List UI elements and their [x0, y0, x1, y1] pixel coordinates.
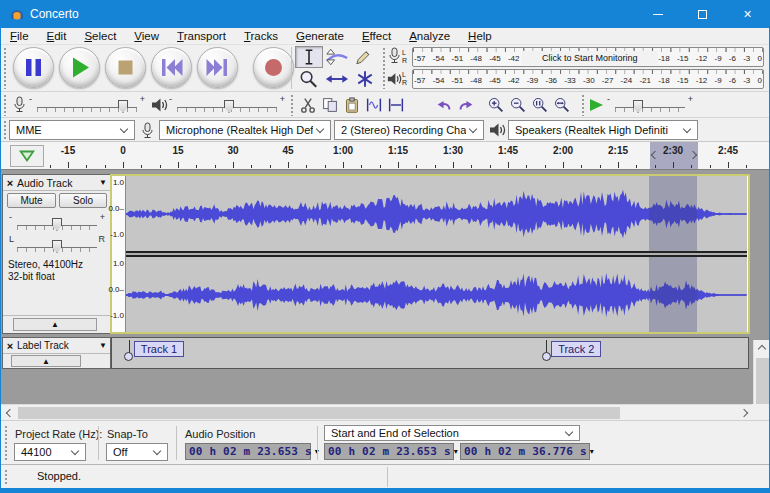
- audio-position-field[interactable]: 00 h 02 m 23.653 s▾: [185, 443, 311, 460]
- menu-item-transport[interactable]: Transport: [168, 29, 235, 43]
- label-marker-handle-icon[interactable]: [124, 352, 133, 361]
- play-at-speed-slider[interactable]: -+: [607, 95, 693, 115]
- recording-meter-icon[interactable]: [387, 47, 402, 66]
- toolbar-grip[interactable]: [3, 120, 7, 140]
- menu-item-help[interactable]: Help: [459, 29, 501, 43]
- project-rate-select[interactable]: 44100: [14, 443, 86, 461]
- horizontal-scrollbar[interactable]: [1, 404, 752, 420]
- label-track-control-panel[interactable]: × Label Track ▼ ▲: [2, 337, 111, 369]
- horizontal-scroll-thumb[interactable]: [18, 407, 620, 419]
- skip-to-end-button[interactable]: [197, 47, 238, 88]
- selection-tool-button[interactable]: [295, 46, 323, 68]
- zoom-selection-button[interactable]: [529, 94, 551, 116]
- audio-track-control-panel[interactable]: × Audio Track ▼ Mute Solo Stereo, 44100H…: [2, 174, 111, 334]
- maximize-button[interactable]: [680, 0, 725, 28]
- mute-button[interactable]: Mute: [7, 193, 56, 208]
- selection-mode-select[interactable]: Start and End of Selection: [324, 425, 580, 441]
- vertical-scale-ruler[interactable]: 1.00.0–-1.01.00.0–-1.0: [112, 176, 126, 332]
- recording-meter-bar[interactable]: -57-54-51-48-45-42-39-36-33-30-27-24-21-…: [412, 47, 764, 67]
- toolbar-grip[interactable]: [3, 47, 7, 89]
- envelope-tool-button[interactable]: [323, 46, 351, 68]
- record-button[interactable]: [253, 47, 294, 88]
- zoom-out-button[interactable]: [507, 94, 529, 116]
- minimize-button[interactable]: [635, 0, 680, 28]
- track-menu-dropdown-icon[interactable]: ▼: [99, 341, 107, 350]
- playback-meter-bar[interactable]: -57-54-51-48-45-42-39-36-33-30-27-24-21-…: [412, 69, 764, 89]
- trim-audio-button[interactable]: [363, 94, 385, 116]
- track-title[interactable]: Label Track: [17, 340, 99, 351]
- draw-tool-button[interactable]: [351, 46, 379, 68]
- scroll-left-arrow[interactable]: [1, 405, 18, 420]
- playback-volume-slider[interactable]: -+: [169, 95, 285, 115]
- title-bar[interactable]: Concerto ×: [0, 0, 770, 28]
- playback-meter-icon[interactable]: [387, 71, 402, 87]
- multi-tool-button[interactable]: [351, 68, 379, 90]
- solo-button[interactable]: Solo: [59, 193, 107, 208]
- menu-item-file[interactable]: File: [1, 29, 38, 43]
- toolbar-grip[interactable]: [290, 94, 294, 116]
- menu-item-select[interactable]: Select: [75, 29, 125, 43]
- pause-button[interactable]: [13, 47, 54, 88]
- scroll-up-arrow[interactable]: [754, 340, 770, 357]
- menu-item-effect[interactable]: Effect: [353, 29, 400, 43]
- caret-down-icon[interactable]: ▾: [454, 447, 458, 456]
- play-button[interactable]: [59, 47, 100, 88]
- time-shift-tool-button[interactable]: [323, 68, 351, 90]
- close-button[interactable]: ×: [725, 0, 770, 28]
- recording-device-select[interactable]: Microphone (Realtek High Defini: [159, 120, 331, 140]
- toolbar-grip[interactable]: [4, 469, 8, 485]
- menu-item-analyze[interactable]: Analyze: [400, 29, 459, 43]
- play-at-speed-button[interactable]: [589, 98, 604, 114]
- track-collapse-button[interactable]: ▲: [11, 355, 81, 367]
- stop-button[interactable]: [105, 47, 146, 88]
- undo-button[interactable]: [433, 94, 455, 116]
- selection-right-handle-icon[interactable]: [689, 151, 697, 159]
- menu-item-generate[interactable]: Generate: [287, 29, 353, 43]
- snap-to-select[interactable]: Off: [106, 443, 168, 461]
- playback-device-select[interactable]: Speakers (Realtek High Definiti: [508, 120, 698, 140]
- track-collapse-button[interactable]: ▲: [13, 318, 97, 331]
- toolbar-grip[interactable]: [581, 94, 585, 116]
- menu-item-tracks[interactable]: Tracks: [235, 29, 287, 43]
- recording-volume-slider[interactable]: -+: [29, 95, 145, 115]
- skip-to-start-button[interactable]: [151, 47, 192, 88]
- pan-slider[interactable]: LR: [9, 235, 105, 255]
- scroll-right-arrow[interactable]: [735, 405, 752, 420]
- label-1[interactable]: Track 1: [134, 341, 184, 357]
- toolbar-grip[interactable]: [3, 94, 7, 116]
- menu-item-edit[interactable]: Edit: [38, 29, 76, 43]
- label-track-content[interactable]: Track 1Track 2: [111, 337, 749, 369]
- track-menu-dropdown-icon[interactable]: ▼: [99, 178, 107, 187]
- redo-button[interactable]: [455, 94, 477, 116]
- silence-audio-button[interactable]: [385, 94, 407, 116]
- track-title[interactable]: Audio Track: [17, 177, 99, 189]
- track-close-button[interactable]: ×: [3, 340, 17, 352]
- toolbar-grip[interactable]: [4, 425, 8, 461]
- track-close-button[interactable]: ×: [3, 177, 17, 189]
- timeline-ruler[interactable]: -1501530451:001:151:301:452:002:152:302:…: [1, 142, 769, 170]
- waveform-channel-right[interactable]: [126, 256, 747, 332]
- label-2[interactable]: Track 2: [551, 341, 601, 357]
- selection-start-field[interactable]: 00 h 02 m 23.653 s▾: [324, 443, 454, 460]
- waveform-channel-left[interactable]: [126, 176, 747, 252]
- meter-tick-label: -9: [715, 54, 722, 63]
- caret-down-icon[interactable]: ▾: [590, 447, 594, 456]
- gain-slider[interactable]: -+: [9, 213, 105, 233]
- zoom-in-button[interactable]: [485, 94, 507, 116]
- toolbar-grip[interactable]: [382, 47, 386, 89]
- menu-item-view[interactable]: View: [125, 29, 168, 43]
- timeline-options-button[interactable]: [10, 145, 44, 167]
- paste-button[interactable]: [341, 94, 363, 116]
- recording-channels-select[interactable]: 2 (Stereo) Recording Channels: [334, 120, 484, 140]
- selection-left-handle-icon[interactable]: [651, 151, 659, 159]
- zoom-tool-button[interactable]: [295, 68, 323, 90]
- zoom-project-button[interactable]: [551, 94, 573, 116]
- audio-host-select[interactable]: MME: [9, 120, 135, 140]
- waveform-selection-region[interactable]: [649, 176, 697, 251]
- waveform-selection-region[interactable]: [649, 257, 697, 332]
- copy-button[interactable]: [319, 94, 341, 116]
- cut-button[interactable]: [297, 94, 319, 116]
- selection-end-field[interactable]: 00 h 02 m 36.776 s▾: [460, 443, 590, 460]
- meter-monitoring-text[interactable]: Click to Start Monitoring: [522, 51, 659, 65]
- label-marker-handle-icon[interactable]: [542, 352, 551, 361]
